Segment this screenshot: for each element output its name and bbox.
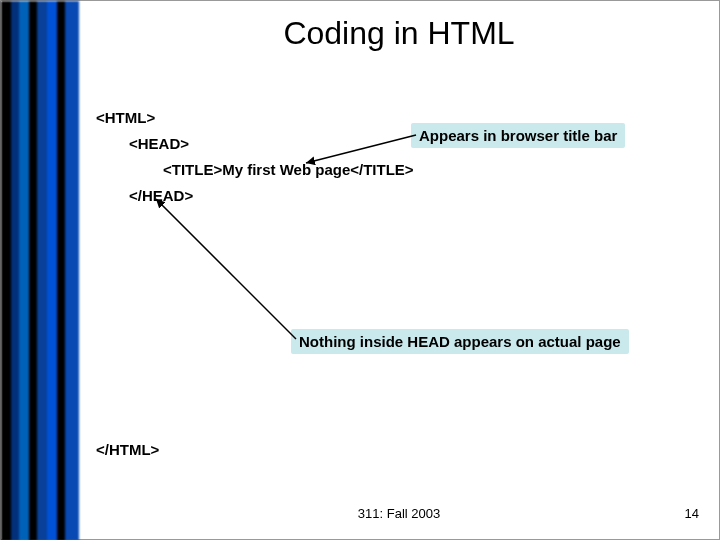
code-html-open: <HTML> (96, 109, 155, 126)
code-head-close: </HEAD> (129, 187, 193, 204)
arrows (1, 1, 720, 540)
svg-line-1 (156, 199, 296, 339)
callout-appears: Appears in browser title bar (411, 123, 625, 148)
callout-nothing: Nothing inside HEAD appears on actual pa… (291, 329, 629, 354)
slide-title: Coding in HTML (79, 15, 719, 52)
slide: Coding in HTML <HTML> <HEAD> <TITLE>My f… (0, 0, 720, 540)
code-head-open: <HEAD> (129, 135, 189, 152)
code-html-close: </HTML> (96, 441, 159, 458)
code-title-line: <TITLE>My first Web page</TITLE> (163, 161, 414, 178)
decorative-sidebar (1, 1, 79, 540)
footer-center: 311: Fall 2003 (79, 506, 719, 521)
svg-line-0 (306, 135, 416, 163)
footer-page-number: 14 (685, 506, 699, 521)
